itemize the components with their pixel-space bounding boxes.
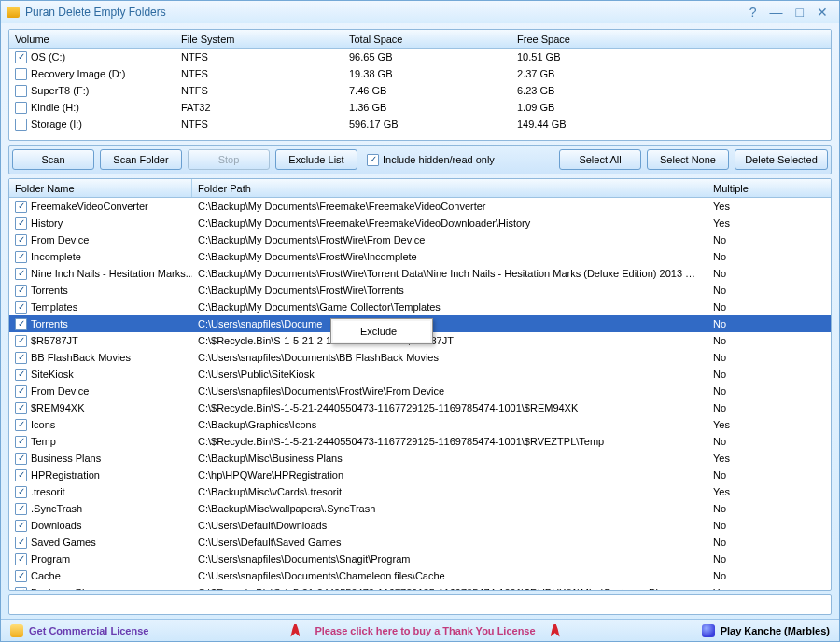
folder-checkbox[interactable]: ✓ — [15, 402, 27, 414]
folder-row[interactable]: ✓HPRegistrationC:\hp\HPQWare\HPRegistrat… — [9, 467, 831, 483]
folder-row[interactable]: ✓Nine Inch Nails - Hesitation Marks...C:… — [9, 265, 831, 282]
col-volume[interactable]: Volume — [9, 30, 175, 48]
folder-name: From Device — [31, 234, 89, 245]
folder-checkbox[interactable]: ✓ — [15, 486, 27, 498]
volume-row[interactable]: SuperT8 (F:)NTFS7.46 GB6.23 GB — [9, 82, 831, 99]
col-multiple[interactable]: Multiple — [707, 179, 831, 197]
folder-row[interactable]: ✓TemplatesC:\Backup\My Documents\Game Co… — [9, 299, 831, 315]
commercial-license-link[interactable]: Get Commercial License — [29, 625, 148, 636]
folder-path: C:\hp\HPQWare\HPRegistration — [192, 469, 707, 481]
col-filesystem[interactable]: File System — [175, 30, 343, 48]
include-hidden-check[interactable]: ✓ Include hidden/read only — [367, 154, 495, 166]
folder-multiple: No — [707, 385, 732, 397]
folder-checkbox[interactable]: ✓ — [15, 587, 27, 591]
minimize-button[interactable]: — — [770, 5, 783, 20]
thank-you-license-link[interactable]: Please click here to buy a Thank You Lic… — [315, 625, 535, 636]
folder-row[interactable]: ✓From DeviceC:\Users\snapfiles\Documents… — [9, 383, 831, 399]
folder-checkbox[interactable]: ✓ — [15, 553, 27, 565]
volume-row[interactable]: Recovery Image (D:)NTFS19.38 GB2.37 GB — [9, 65, 831, 82]
folder-checkbox[interactable]: ✓ — [15, 537, 27, 549]
volume-name: SuperT8 (F:) — [31, 85, 89, 96]
select-none-button[interactable]: Select None — [647, 149, 729, 170]
folder-checkbox[interactable]: ✓ — [15, 520, 27, 532]
folder-row[interactable]: ✓Business PlansC:\$Recycle.Bin\S-1-5-21-… — [9, 584, 831, 590]
close-button[interactable]: ✕ — [817, 5, 828, 20]
scan-button[interactable]: Scan — [12, 149, 94, 170]
help-button[interactable]: ? — [749, 5, 757, 20]
scan-folder-button[interactable]: Scan Folder — [100, 149, 182, 170]
select-all-button[interactable]: Select All — [559, 149, 641, 170]
folder-checkbox[interactable]: ✓ — [15, 234, 27, 246]
folder-row[interactable]: ✓Saved GamesC:\Users\Default\Saved Games… — [9, 534, 831, 551]
volume-free: 149.44 GB — [511, 119, 572, 130]
folder-checkbox[interactable]: ✓ — [15, 201, 27, 213]
volume-row[interactable]: Kindle (H:)FAT321.36 GB1.09 GB — [9, 99, 831, 116]
folder-row[interactable]: ✓From DeviceC:\Backup\My Documents\Frost… — [9, 231, 831, 248]
folders-header: Folder Name Folder Path Multiple — [9, 179, 831, 198]
col-folder-path[interactable]: Folder Path — [192, 179, 707, 197]
folder-checkbox[interactable]: ✓ — [15, 503, 27, 515]
volume-checkbox[interactable] — [15, 119, 27, 131]
col-free-space[interactable]: Free Space — [511, 30, 831, 48]
maximize-button[interactable]: □ — [796, 5, 804, 20]
folder-row[interactable]: ✓.SyncTrashC:\Backup\Misc\wallpapers\.Sy… — [9, 500, 831, 517]
exclude-list-button[interactable]: Exclude List — [275, 149, 357, 170]
folder-row[interactable]: ✓TempC:\$Recycle.Bin\S-1-5-21-2440550473… — [9, 433, 831, 450]
delete-selected-button[interactable]: Delete Selected — [735, 149, 828, 170]
folder-multiple: Yes — [707, 486, 735, 497]
folder-checkbox[interactable]: ✓ — [15, 285, 27, 297]
folder-row[interactable]: ✓HistoryC:\Backup\My Documents\Freemake\… — [9, 215, 831, 231]
folder-checkbox[interactable]: ✓ — [15, 369, 27, 381]
folder-checkbox[interactable]: ✓ — [15, 268, 27, 280]
folder-checkbox[interactable]: ✓ — [15, 469, 27, 482]
folder-path: C:\Backup\Graphics\Icons — [192, 419, 707, 430]
folder-checkbox[interactable]: ✓ — [15, 335, 27, 347]
context-menu: Exclude — [330, 318, 433, 344]
volume-total: 1.36 GB — [343, 102, 511, 113]
ctx-exclude[interactable]: Exclude — [333, 321, 430, 342]
volumes-pane: Volume File System Total Space Free Spac… — [8, 29, 832, 141]
folder-row[interactable]: ✓CacheC:\Users\snapfiles\Documents\Chame… — [9, 567, 831, 584]
volume-row[interactable]: ✓OS (C:)NTFS96.65 GB10.51 GB — [9, 49, 831, 65]
folder-multiple: No — [707, 570, 732, 581]
folder-checkbox[interactable]: ✓ — [15, 453, 27, 465]
folder-checkbox[interactable]: ✓ — [15, 419, 27, 431]
volume-checkbox[interactable] — [15, 68, 27, 80]
folder-row[interactable]: ✓Business PlansC:\Backup\Misc\Business P… — [9, 450, 831, 467]
folder-row[interactable]: ✓TorrentsC:\Backup\My Documents\FrostWir… — [9, 282, 831, 299]
volume-row[interactable]: Storage (I:)NTFS596.17 GB149.44 GB — [9, 116, 831, 133]
folder-row[interactable]: ✓FreemakeVideoConverterC:\Backup\My Docu… — [9, 198, 831, 215]
folder-path: C:\Users\snapfiles\Documents\BB FlashBac… — [192, 352, 707, 363]
volume-checkbox[interactable] — [15, 85, 27, 97]
include-hidden-checkbox[interactable]: ✓ — [367, 154, 379, 166]
folder-checkbox[interactable]: ✓ — [15, 385, 27, 398]
folder-row[interactable]: ✓$REM94XKC:\$Recycle.Bin\S-1-5-21-244055… — [9, 399, 831, 416]
folder-checkbox[interactable]: ✓ — [15, 570, 27, 582]
folder-row[interactable]: ✓.tresoritC:\Backup\Misc\vCards\.tresori… — [9, 483, 831, 500]
volume-name: Storage (I:) — [31, 119, 82, 130]
volume-name: Recovery Image (D:) — [31, 68, 125, 79]
folder-checkbox[interactable]: ✓ — [15, 352, 27, 364]
folder-checkbox[interactable]: ✓ — [15, 436, 27, 448]
folder-row[interactable]: ✓BB FlashBack MoviesC:\Users\snapfiles\D… — [9, 349, 831, 366]
folder-name: Business Plans — [31, 587, 101, 590]
folder-row[interactable]: ✓SiteKioskC:\Users\Public\SiteKioskNo — [9, 366, 831, 383]
volume-checkbox[interactable]: ✓ — [15, 51, 27, 63]
play-kanche-link[interactable]: Play Kanche (Marbles) — [721, 625, 830, 636]
col-total-space[interactable]: Total Space — [343, 30, 511, 48]
folder-name: BB FlashBack Movies — [31, 352, 131, 363]
folder-checkbox[interactable]: ✓ — [15, 251, 27, 263]
col-folder-name[interactable]: Folder Name — [9, 179, 192, 197]
folder-checkbox[interactable]: ✓ — [15, 217, 27, 230]
folder-row[interactable]: ✓ProgramC:\Users\snapfiles\Documents\Sna… — [9, 551, 831, 567]
folder-multiple: No — [707, 234, 732, 245]
folder-row[interactable]: ✓DownloadsC:\Users\Default\DownloadsNo — [9, 517, 831, 534]
folder-name: Incomplete — [31, 251, 81, 262]
folder-row[interactable]: ✓IconsC:\Backup\Graphics\IconsYes — [9, 416, 831, 433]
folder-checkbox[interactable]: ✓ — [15, 301, 27, 314]
folders-pane: Folder Name Folder Path Multiple ✓Freema… — [8, 178, 832, 591]
volume-checkbox[interactable] — [15, 102, 27, 114]
folder-checkbox[interactable]: ✓ — [15, 318, 27, 330]
folder-row[interactable]: ✓IncompleteC:\Backup\My Documents\FrostW… — [9, 248, 831, 265]
folder-path: C:\Backup\My Documents\FrostWire\Incompl… — [192, 251, 707, 262]
